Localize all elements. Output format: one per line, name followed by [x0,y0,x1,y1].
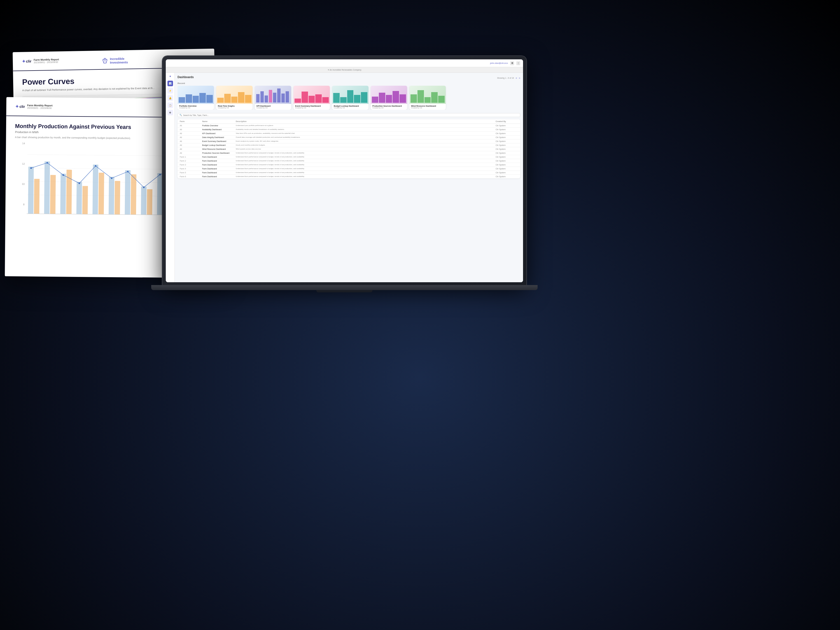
table-row[interactable]: All Production Sources Dashboard Underst… [177,151,520,155]
table-row[interactable]: All Event Summary Dashboard Event analys… [177,139,520,144]
front-report-date: 2023/06/01 - 2023/06/30 [27,107,53,109]
svg-rect-25 [92,165,98,215]
card-wind-resource[interactable]: Wind Resource Dashboard Created by Clir [409,86,446,110]
card-budget-thumb [332,86,368,104]
rtbar5 [245,95,251,103]
table-row[interactable]: All Budget Lookup Dashboard Hourly and m… [177,144,520,147]
card-wind-name: Wind Resource Dashboard [411,105,444,107]
card-kpi[interactable]: KPI Dashboard Created by Clir [255,86,291,110]
svg-rect-58 [273,93,276,103]
table-row[interactable]: All Data Integrity Dashboard Overall dat… [177,136,520,139]
sidebar-item-farms[interactable]: ⚡ [167,88,173,93]
pagination-controls: Showing 1 - 6 of 16 < > [497,77,520,79]
company-label: ✦ An Incredible Renewables Company [328,69,362,71]
user-email: john.doe@clir.eco [490,62,508,65]
svg-rect-17 [28,167,34,214]
card-event-thumb [294,86,330,104]
svg-rect-26 [98,173,104,215]
y-label-12: 12 [22,163,25,165]
psbar3 [386,95,392,103]
col-name: Name [202,120,236,122]
svg-rect-30 [131,174,136,215]
svg-rect-20 [50,175,56,214]
search-bar[interactable]: 🔍 [177,113,520,117]
svg-point-45 [95,165,96,167]
clir-star-icon-front: ✦ [15,104,19,109]
dashboard-body: ✦ 📊 ⚡ 🔔 📋 ⚙ Dashboards Showing 1 [166,73,523,282]
laptop-screen-inner: john.doe@clir.eco ⚙ ⋮ ✦ An Incredible Re… [166,59,523,282]
table-row[interactable]: Farm 6 Farm Dashboard Understand farm pe… [177,175,520,178]
card-portfolio-overview[interactable]: Portfolio Overview Created by Clir [177,86,214,110]
table-row[interactable]: Farm 3 Farm Dashboard Understand farm pe… [177,163,520,167]
card-wind-sub: Created by Clir [411,107,444,109]
company-bar: ✦ An Incredible Renewables Company [166,67,523,73]
bar5 [206,95,213,103]
evbar4 [315,94,322,103]
wrbar4 [431,92,437,103]
card-kpi-thumb [255,86,291,104]
laptop-base [151,285,538,290]
search-input[interactable] [183,114,518,116]
dashboard-header-row: Dashboards Showing 1 - 6 of 16 < > [177,76,520,81]
card-event-bars [295,92,329,103]
card-portfolio-thumb [177,86,214,104]
card-production-sources[interactable]: Production Sources Dashboard Created by … [371,86,407,110]
svg-rect-27 [109,177,114,215]
card-event-summary[interactable]: Event Summary Dashboard Created by Clir [294,86,330,110]
bar1 [178,97,185,103]
nav-prev-btn[interactable]: < [515,77,517,79]
svg-rect-60 [281,93,285,103]
card-kpi-sub: Created by Clir [256,107,289,109]
card-kpi-info: KPI Dashboard Created by Clir [255,104,291,110]
clir-star-icon: ✦ [22,59,25,64]
recent-label: Recent [177,82,520,85]
bar4 [199,93,206,103]
bgbar4 [354,95,360,103]
dashboard-ui: john.doe@clir.eco ⚙ ⋮ ✦ An Incredible Re… [166,59,523,282]
wrbar5 [438,96,445,103]
card-production-bars [372,91,406,103]
table-row[interactable]: Farm 5 Farm Dashboard Understand farm pe… [177,171,520,175]
table-row[interactable]: All Wind Resource Dashboard Wind speeds … [177,147,520,151]
card-realtime[interactable]: Real-Time Graphs Created by Clir [216,86,253,110]
rtbar4 [238,92,245,103]
incredible-diamond-icon [101,58,108,65]
wrbar2 [417,90,424,103]
evbar3 [309,96,315,103]
card-portfolio-info: Portfolio Overview Created by Clir [177,104,214,110]
sidebar-item-settings[interactable]: ⚙ [167,110,173,115]
y-label-8: 8 [23,203,24,206]
wrbar1 [411,94,417,103]
card-budget-bars [333,90,367,103]
table-row[interactable]: All KPI Dashboard View farm KPIs such as… [177,132,520,136]
card-kpi-name: KPI Dashboard [256,105,289,107]
laptop-screen: john.doe@clir.eco ⚙ ⋮ ✦ An Incredible Re… [163,56,526,286]
nav-next-btn[interactable]: > [519,77,520,79]
card-budget[interactable]: Budget Lookup Dashboard Created by Clir [332,86,368,110]
incredible-logo: IncredibleInvestments [101,57,128,65]
table-row[interactable]: Farm 1 Farm Dashboard Understand farm pe… [177,155,520,159]
table-row[interactable]: Farm 2 Farm Dashboard Understand farm pe… [177,159,520,163]
card-budget-name: Budget Lookup Dashboard [334,105,367,107]
svg-rect-32 [147,189,152,215]
card-wind-thumb [409,86,446,104]
svg-rect-21 [60,174,66,214]
col-created: Created By [496,120,518,122]
svg-rect-23 [76,182,82,214]
clir-logo-group-front: ✦ clir Farm Monthly Report 2023/06/01 - … [15,104,52,109]
dashboards-title: Dashboards [177,76,194,79]
svg-rect-54 [256,94,260,103]
col-description: Description [236,120,496,122]
bar2 [186,94,192,103]
settings-icon[interactable]: ⚙ [510,61,514,65]
table-row[interactable]: Farm 4 Farm Dashboard Understand farm pe… [177,167,520,171]
sidebar-item-alerts[interactable]: 🔔 [167,95,173,101]
table-row[interactable]: All Portfolio Overview Understand your p… [177,124,520,128]
dashboard-main: Dashboards Showing 1 - 6 of 16 < > Recen… [175,73,523,282]
evbar2 [302,92,308,103]
menu-icon[interactable]: ⋮ [516,61,520,65]
sidebar-item-reports[interactable]: 📋 [167,103,173,108]
svg-rect-19 [44,161,50,214]
table-row[interactable]: All Availability Dashboard Availability … [177,128,520,132]
sidebar-item-dashboard[interactable]: 📊 [167,81,173,86]
